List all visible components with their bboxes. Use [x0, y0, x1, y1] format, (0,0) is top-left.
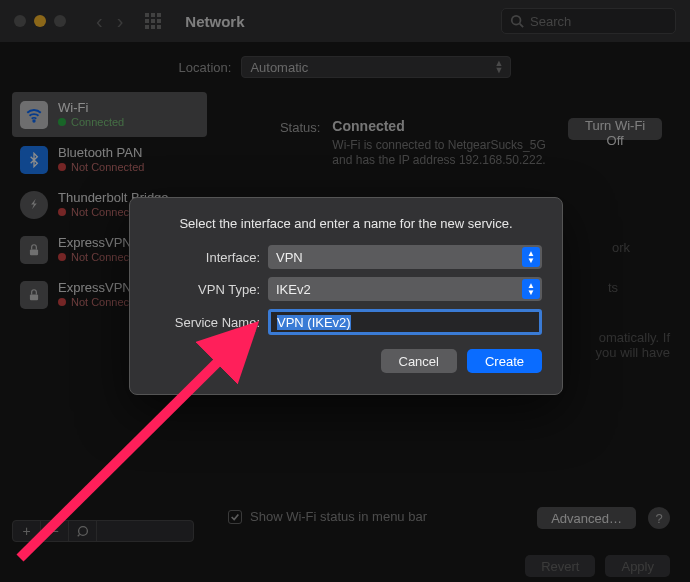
updown-icon: ▲▼	[522, 247, 540, 267]
new-service-modal: Select the interface and enter a name fo…	[129, 197, 563, 395]
modal-prompt: Select the interface and enter a name fo…	[150, 216, 542, 231]
vpn-type-label: VPN Type:	[150, 282, 260, 297]
cancel-button[interactable]: Cancel	[381, 349, 457, 373]
service-name-label: Service Name:	[150, 315, 260, 330]
create-button[interactable]: Create	[467, 349, 542, 373]
interface-label: Interface:	[150, 250, 260, 265]
vpn-type-value: IKEv2	[276, 282, 311, 297]
interface-value: VPN	[276, 250, 303, 265]
vpn-type-select[interactable]: IKEv2 ▲▼	[268, 277, 542, 301]
service-name-input[interactable]	[268, 309, 542, 335]
interface-select[interactable]: VPN ▲▼	[268, 245, 542, 269]
updown-icon: ▲▼	[522, 279, 540, 299]
